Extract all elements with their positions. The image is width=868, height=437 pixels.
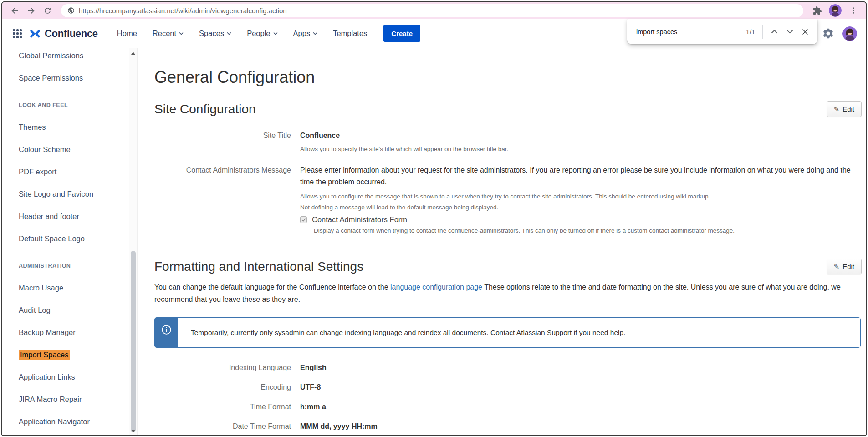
- contact-form-control: Contact Administrators Form: [300, 215, 862, 224]
- encoding-row: Encoding UTF-8: [154, 377, 862, 397]
- contact-form-row: Contact Administrators Form: [154, 215, 862, 224]
- chevron-down-icon: [179, 32, 184, 35]
- find-input[interactable]: import spaces: [636, 28, 746, 36]
- chevron-down-icon: [273, 32, 278, 35]
- find-in-page-bar: import spaces 1/1: [627, 19, 817, 44]
- find-previous-button[interactable]: [766, 24, 782, 40]
- contact-form-description: Display a contact form when trying to co…: [314, 227, 862, 235]
- nav-item-apps[interactable]: Apps: [293, 29, 318, 38]
- chevron-up-icon: [771, 30, 778, 34]
- nav-item-people[interactable]: People: [247, 29, 277, 38]
- info-icon: [161, 325, 172, 335]
- pencil-icon: ✎: [834, 106, 840, 112]
- address-bar[interactable]: https://hrccompany.atlassian.net/wiki/ad…: [61, 4, 803, 17]
- sidebar-item-themes[interactable]: Themes: [19, 116, 138, 138]
- site-title-value: Confluence: [300, 130, 860, 142]
- sidebar-scrollbar[interactable]: [129, 48, 138, 436]
- sidebar-item-default-space-logo[interactable]: Default Space Logo: [19, 228, 138, 250]
- contact-message-note-row: Not defining a message will lead to the …: [154, 203, 862, 212]
- contact-form-label: Contact Administrators Form: [312, 215, 407, 224]
- nav-item-recent[interactable]: Recent: [153, 29, 184, 38]
- sidebar-item-audit-log[interactable]: Audit Log: [19, 299, 138, 321]
- encoding-value: UTF-8: [300, 381, 860, 393]
- sidebar-item-header-and-footer[interactable]: Header and footer: [19, 205, 138, 228]
- sidebar-item-space-permissions[interactable]: Space Permissions: [19, 67, 138, 89]
- find-match-highlight: Import Spaces: [19, 350, 70, 360]
- contact-message-row: Contact Administrators Message Please en…: [154, 164, 862, 188]
- site-title-description-row: Allows you to specify the site's title w…: [154, 145, 862, 153]
- sidebar-item-colour-scheme[interactable]: Colour Scheme: [19, 138, 138, 161]
- sidebar-list: Global Permissions Space Permissions LOO…: [2, 48, 138, 433]
- browser-toolbar: https://hrccompany.atlassian.net/wiki/ad…: [2, 2, 866, 19]
- scroll-up-icon[interactable]: [129, 50, 137, 57]
- sidebar-item-macro-usage[interactable]: Macro Usage: [19, 277, 138, 299]
- contact-message-description-row: Allows you to configure the message that…: [154, 193, 862, 201]
- formatting-section-header: Formatting and International Settings ✎ …: [154, 259, 862, 274]
- scroll-down-icon[interactable]: [129, 427, 137, 435]
- find-close-button[interactable]: [797, 24, 813, 40]
- info-banner-icon-panel: [155, 318, 178, 347]
- back-icon[interactable]: [8, 4, 21, 17]
- contact-form-checkbox[interactable]: [300, 216, 307, 223]
- admin-sidebar: Global Permissions Space Permissions LOO…: [2, 48, 138, 436]
- indexing-language-row: Indexing Language English: [154, 358, 862, 377]
- check-icon: [301, 218, 306, 222]
- sidebar-item-import-spaces[interactable]: Import Spaces: [19, 344, 138, 366]
- reload-icon[interactable]: [41, 4, 54, 17]
- sidebar-item-pdf-export[interactable]: PDF export: [19, 161, 138, 183]
- sidebar-item-jira-macro-repair[interactable]: JIRA Macro Repair: [19, 388, 138, 411]
- time-format-label: Time Format: [154, 401, 291, 413]
- browser-profile-avatar[interactable]: [829, 4, 842, 17]
- main-menu: Home Recent Spaces People Apps Templates: [117, 29, 368, 38]
- info-banner-message: Temporarily, currently only sysadmin can…: [178, 318, 860, 347]
- sidebar-section-administration: ADMINISTRATION: [19, 254, 138, 277]
- browser-actions: [811, 4, 862, 17]
- chevron-down-icon: [313, 32, 317, 35]
- sidebar-item-global-permissions[interactable]: Global Permissions: [19, 48, 138, 67]
- logo-wordmark: Confluence: [45, 28, 98, 40]
- contact-message-label: Contact Administrators Message: [154, 164, 291, 188]
- contact-message-value: Please enter information about your requ…: [300, 164, 860, 188]
- pencil-icon: ✎: [834, 263, 840, 270]
- time-format-row: Time Format h:mm a: [154, 397, 862, 417]
- gear-icon[interactable]: [822, 27, 834, 40]
- nav-item-home[interactable]: Home: [117, 29, 137, 38]
- extensions-icon[interactable]: [811, 4, 823, 17]
- browser-menu-icon[interactable]: [847, 4, 860, 17]
- formatting-rows: Indexing Language English Encoding UTF-8…: [154, 358, 862, 436]
- chevron-down-icon: [227, 32, 231, 35]
- page-body: Global Permissions Space Permissions LOO…: [2, 48, 866, 436]
- sidebar-item-site-logo-and-favicon[interactable]: Site Logo and Favicon: [19, 183, 138, 205]
- nav-item-spaces[interactable]: Spaces: [199, 29, 231, 38]
- user-avatar[interactable]: [842, 26, 857, 41]
- create-button[interactable]: Create: [383, 25, 420, 42]
- site-title-description: Allows you to specify the site's title w…: [300, 145, 862, 153]
- indexing-language-label: Indexing Language: [154, 362, 291, 374]
- scrollbar-thumb[interactable]: [131, 251, 136, 432]
- encoding-label: Encoding: [154, 381, 291, 393]
- time-format-value: h:mm a: [300, 401, 860, 413]
- site-configuration-heading: Site Configuration: [154, 102, 256, 117]
- app-grid-icon[interactable]: [13, 29, 22, 38]
- site-info-icon[interactable]: [67, 7, 75, 14]
- site-title-label: Site Title: [154, 130, 291, 142]
- find-next-button[interactable]: [782, 24, 797, 40]
- contact-form-description-row: Display a contact form when trying to co…: [154, 227, 862, 235]
- divider: [762, 25, 763, 39]
- nav-item-templates[interactable]: Templates: [333, 29, 367, 38]
- forward-icon[interactable]: [25, 4, 37, 17]
- sidebar-item-backup-manager[interactable]: Backup Manager: [19, 321, 138, 344]
- contact-message-description: Allows you to configure the message that…: [300, 193, 862, 201]
- confluence-logo[interactable]: Confluence: [29, 28, 98, 40]
- edit-site-configuration-button[interactable]: ✎ Edit: [827, 101, 862, 117]
- page-title: General Configuration: [154, 67, 862, 87]
- url-text: https://hrccompany.atlassian.net/wiki/ad…: [79, 7, 287, 15]
- date-time-format-label: Date Time Format: [154, 421, 291, 432]
- formatting-intro: You can change the default language for …: [154, 281, 862, 305]
- sidebar-item-application-links[interactable]: Application Links: [19, 366, 138, 388]
- site-configuration-section-header: Site Configuration ✎ Edit: [154, 101, 862, 117]
- date-time-format-value: MMM dd, yyyy HH:mm: [300, 421, 860, 432]
- language-configuration-link[interactable]: language configuration page: [390, 283, 482, 291]
- sidebar-item-application-navigator[interactable]: Application Navigator: [19, 411, 138, 433]
- edit-formatting-button[interactable]: ✎ Edit: [827, 259, 862, 274]
